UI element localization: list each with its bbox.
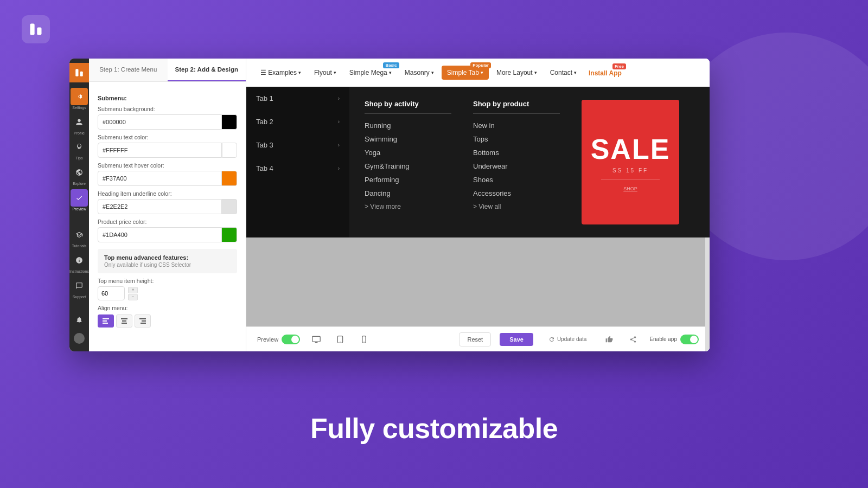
- activity-item-swimming[interactable]: Swimming: [365, 135, 451, 143]
- sidebar-item-bell[interactable]: [71, 311, 88, 329]
- update-data-btn[interactable]: Update data: [542, 333, 593, 346]
- sidebar-tutorials[interactable]: Tutorials: [71, 226, 88, 248]
- price-color-swatch[interactable]: [222, 227, 237, 242]
- tablet-device-btn[interactable]: [333, 332, 348, 347]
- activity-col-title: Shop by activity: [365, 100, 451, 114]
- height-input[interactable]: [98, 286, 125, 300]
- preview-toggle-switch[interactable]: [282, 335, 300, 344]
- svg-rect-0: [30, 24, 35, 35]
- sidebar-user-avatar[interactable]: [71, 330, 88, 347]
- sidebar-item-tips[interactable]: [71, 138, 88, 156]
- price-color-input[interactable]: [98, 227, 222, 242]
- align-right-btn[interactable]: [135, 314, 151, 328]
- sidebar-item-explore[interactable]: [71, 164, 88, 181]
- nav-flyout-chevron: ▾: [334, 70, 336, 75]
- mega-tab-4-label: Tab 4: [256, 164, 273, 172]
- text-color-swatch[interactable]: [222, 143, 237, 158]
- logo-svg: [28, 22, 43, 37]
- sale-link[interactable]: SHOP: [623, 186, 637, 191]
- sidebar-item-avatar[interactable]: [71, 330, 88, 347]
- activity-item-performing[interactable]: Performing: [365, 176, 451, 184]
- activity-view-more[interactable]: > View more: [365, 203, 451, 210]
- sidebar-item-settings[interactable]: [71, 88, 88, 105]
- tips-icon: [75, 143, 83, 151]
- product-item-tops[interactable]: Tops: [473, 135, 560, 143]
- sidebar-instructions[interactable]: Instructions: [69, 252, 89, 274]
- align-center-btn[interactable]: [116, 314, 132, 328]
- mobile-device-btn[interactable]: [356, 332, 372, 347]
- nav-masonry[interactable]: Masonry ▾: [399, 66, 439, 80]
- like-btn[interactable]: [602, 332, 617, 347]
- sidebar-preview[interactable]: Preview: [71, 189, 88, 211]
- sidebar-item-preview[interactable]: [71, 189, 88, 207]
- nav-contact[interactable]: Contact ▾: [545, 66, 582, 80]
- sidebar-profile[interactable]: Profile: [71, 113, 88, 136]
- height-decrease-btn[interactable]: −: [128, 294, 138, 300]
- nav-simple-tab-label: Simple Tab: [447, 69, 479, 76]
- product-column: Shop by product New in Tops Bottoms Unde…: [473, 100, 560, 224]
- desktop-device-btn[interactable]: [309, 332, 324, 347]
- underline-color-input[interactable]: [98, 199, 222, 214]
- settings-content: Submenu: Submenu background: Submenu tex…: [89, 82, 246, 335]
- hover-color-swatch[interactable]: [222, 171, 237, 186]
- save-button[interactable]: Save: [500, 333, 533, 346]
- activity-item-running[interactable]: Running: [365, 121, 451, 130]
- enable-app-label: Enable app: [649, 336, 677, 342]
- product-item-new-in[interactable]: New in: [473, 121, 560, 130]
- enable-app-toggle[interactable]: [680, 335, 699, 344]
- reset-button[interactable]: Reset: [459, 332, 491, 346]
- wizard-tab-2[interactable]: Step 2: Add & Design: [168, 59, 246, 81]
- nav-flyout[interactable]: Flyout ▾: [309, 66, 342, 80]
- sidebar-notifications[interactable]: [71, 311, 88, 329]
- mega-tab-3[interactable]: Tab 3 ›: [246, 133, 349, 157]
- bg-color-swatch[interactable]: [222, 114, 237, 130]
- nav-examples[interactable]: ☰ Examples ▾: [255, 66, 307, 80]
- sidebar-support[interactable]: Support: [71, 277, 88, 299]
- text-color-input[interactable]: [98, 143, 222, 158]
- nav-simple-mega-label: Simple Mega: [349, 69, 387, 76]
- product-view-all[interactable]: > View all: [473, 203, 560, 210]
- svg-rect-7: [121, 318, 127, 319]
- activity-item-gym[interactable]: Gym&Training: [365, 162, 451, 170]
- align-buttons: [98, 314, 237, 328]
- nav-install-app-wrapper: Install App Free: [584, 68, 622, 78]
- gear-icon: [75, 93, 83, 100]
- support-icon: [75, 282, 83, 290]
- activity-item-yoga[interactable]: Yoga: [365, 149, 451, 157]
- product-item-underwear[interactable]: Underwear: [473, 162, 560, 170]
- product-item-bottoms[interactable]: Bottoms: [473, 149, 560, 157]
- hover-color-row: [98, 171, 237, 186]
- sale-banner[interactable]: SALE SS 15 FF SHOP: [582, 100, 679, 224]
- height-row: + −: [98, 286, 237, 300]
- mega-tab-4[interactable]: Tab 4 ›: [246, 157, 349, 180]
- underline-color-row: [98, 199, 237, 214]
- product-item-shoes[interactable]: Shoes: [473, 176, 560, 184]
- bg-color-input[interactable]: [98, 114, 222, 130]
- profile-icon: [75, 118, 83, 126]
- wizard-tab-1[interactable]: Step 1: Create Menu: [89, 59, 168, 81]
- mega-tab-1[interactable]: Tab 1 ›: [246, 87, 349, 110]
- sidebar-item-support[interactable]: [71, 277, 88, 294]
- sidebar-item-profile[interactable]: [71, 113, 88, 131]
- sidebar-tips[interactable]: Tips: [71, 138, 88, 160]
- nav-masonry-wrapper: Masonry ▾: [399, 66, 439, 80]
- product-item-accessories[interactable]: Accessories: [473, 189, 560, 197]
- mega-tab-2[interactable]: Tab 2 ›: [246, 110, 349, 133]
- hover-color-input[interactable]: [98, 171, 222, 186]
- mega-tab-2-chevron: ›: [338, 119, 340, 125]
- nav-install-app[interactable]: Install App: [589, 69, 622, 77]
- nav-simple-mega-chevron: ▾: [389, 70, 392, 75]
- height-increase-btn[interactable]: +: [128, 287, 138, 293]
- sidebar-item-instructions[interactable]: [71, 252, 88, 269]
- underline-color-swatch[interactable]: [222, 199, 237, 214]
- sidebar-explore[interactable]: Explore: [71, 164, 88, 186]
- sidebar-item-tutorials[interactable]: [71, 226, 88, 243]
- share-btn[interactable]: [626, 332, 641, 347]
- align-left-btn[interactable]: [98, 314, 114, 328]
- nav-contact-label: Contact: [550, 69, 572, 76]
- svg-rect-10: [139, 318, 146, 319]
- sidebar-settings[interactable]: Settings: [71, 88, 88, 110]
- sale-sub: SS 15 FF: [612, 168, 648, 174]
- activity-item-dancing[interactable]: Dancing: [365, 189, 451, 197]
- nav-more-layout[interactable]: More Layout ▾: [491, 66, 542, 80]
